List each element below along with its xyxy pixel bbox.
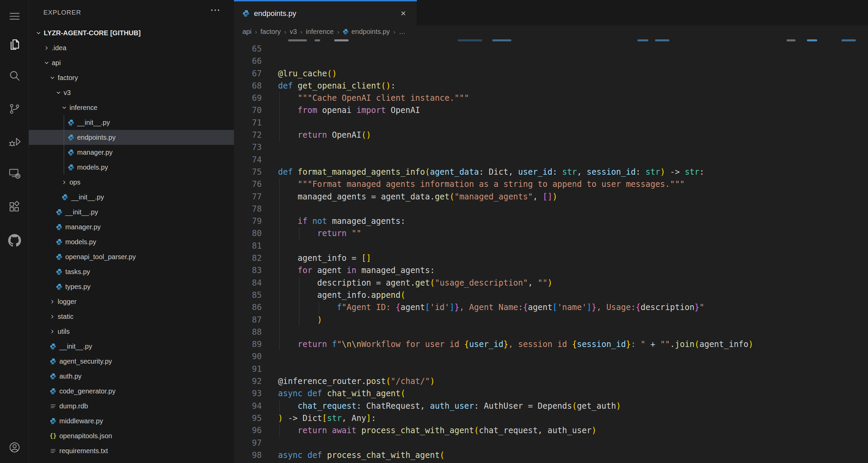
activity-bar-remote-explorer[interactable] (0, 165, 29, 184)
chevron-right-icon (50, 299, 58, 305)
tree-item-endpoints-py[interactable]: endpoints.py (29, 130, 234, 145)
tree-item-utils[interactable]: utils (29, 324, 234, 339)
tree-item-v3[interactable]: v3 (29, 85, 234, 100)
python-file-icon (50, 373, 57, 380)
tree-item-openapitools-json[interactable]: {}openapitools.json (29, 428, 234, 443)
code-line-content: agent_info.append( (262, 289, 868, 301)
line-number: 97 (234, 437, 262, 449)
source-control-icon (8, 102, 21, 117)
tree-item-auth-py[interactable]: auth.py (29, 369, 234, 384)
line-number: 98 (234, 449, 262, 461)
tree-item-tasks-py[interactable]: tasks.py (29, 264, 234, 279)
tree-item-label: manager.py (65, 223, 101, 231)
extensions-icon (8, 201, 21, 215)
tree-item--init-py[interactable]: __init__.py (29, 115, 234, 130)
more-actions-icon[interactable]: ⋯ (210, 5, 220, 15)
activity-bar-source-control[interactable] (0, 100, 29, 119)
tree-item-code-generator-py[interactable]: code_generator.py (29, 384, 234, 399)
code-line-87: 87 ) (234, 314, 868, 326)
tree-item-agent-security-py[interactable]: agent_security.py (29, 354, 234, 369)
line-number: 81 (234, 240, 262, 252)
tree-item--init-py[interactable]: __init__.py (29, 339, 234, 354)
tree-item--init-py[interactable]: __init__.py (29, 190, 234, 205)
editor[interactable]: 656667@lru_cache()68def get_openai_clien… (234, 38, 868, 463)
tree-item-factory[interactable]: factory (29, 70, 234, 85)
chevron-down-icon (44, 60, 52, 66)
tab-label: endpoints.py (254, 9, 399, 18)
python-file-icon (56, 253, 63, 261)
tree-item-models-py[interactable]: models.py (29, 160, 234, 175)
tree-item-models-py[interactable]: models.py (29, 234, 234, 249)
line-number: 91 (234, 363, 262, 375)
breadcrumb-separator: › (300, 28, 302, 36)
code-line-content: agent_info = [] (262, 252, 868, 264)
activity-bar-menu[interactable] (0, 7, 29, 26)
tree-item--init-py[interactable]: __init__.py (29, 205, 234, 219)
code-line-76: 76 """Format managed agents information … (234, 178, 868, 190)
activity-bar-account[interactable] (0, 439, 29, 458)
line-number: 83 (234, 264, 262, 276)
tree-item-label: code_generator.py (59, 387, 116, 395)
code-line-89: 89 return f"\n\nWorkflow for user id {us… (234, 338, 868, 350)
line-number: 89 (234, 338, 262, 350)
code-line-77: 77 managed_agents = agent_data.get("mana… (234, 191, 868, 203)
code-line-95: 95) -> Dict[str, Any]: (234, 412, 868, 424)
code-line-content: description = agent.get("usage_descripti… (262, 277, 868, 289)
tree-item-types-py[interactable]: types.py (29, 279, 234, 294)
tree-item-static[interactable]: static (29, 309, 234, 324)
breadcrumb-item--[interactable]: … (399, 28, 406, 36)
code-line-content: """Format managed agents information as … (262, 178, 868, 190)
breadcrumb-item-v3[interactable]: v3 (290, 28, 297, 36)
line-number: 70 (234, 104, 262, 116)
indent-guide (279, 92, 280, 104)
line-number: 99 (234, 461, 262, 463)
tree-item--idea[interactable]: .idea (29, 40, 234, 55)
tab-endpoints-py[interactable]: endpoints.py × (234, 0, 417, 25)
tree-item-middleware-py[interactable]: middleware.py (29, 413, 234, 428)
breadcrumb-item-endpoints-py[interactable]: endpoints.py (342, 28, 390, 36)
activity-bar-github[interactable] (0, 232, 29, 251)
line-number: 73 (234, 141, 262, 153)
activity-bar-run-debug[interactable] (0, 133, 29, 152)
indent-guide (279, 240, 280, 252)
clipped-code-fragment (807, 39, 817, 41)
tree-item-label: endpoints.py (77, 134, 116, 141)
tree-item-inference[interactable]: inference (29, 100, 234, 115)
tree-item-label: .idea (52, 44, 66, 52)
files-icon (8, 38, 21, 52)
breadcrumb-item-api[interactable]: api (242, 28, 252, 36)
breadcrumb-item-inference[interactable]: inference (306, 28, 334, 36)
line-number: 82 (234, 252, 262, 264)
tree-item-logger[interactable]: logger (29, 294, 234, 309)
indent-guide (279, 178, 280, 190)
code-line-86: 86 f"Agent ID: {agent['id']}, Agent Name… (234, 301, 868, 313)
tree-item-label: utils (58, 328, 70, 335)
code-line-content: from openai import OpenAI (262, 104, 868, 116)
close-tab-icon[interactable]: × (399, 8, 407, 19)
tree-item-ops[interactable]: ops (29, 175, 234, 190)
indent-guide (279, 191, 280, 203)
tree-item-dump-rdb[interactable]: dump.rdb (29, 399, 234, 413)
tree-item-openapi-tool-parser-py[interactable]: openapi_tool_parser.py (29, 249, 234, 264)
github-icon (8, 234, 21, 248)
clipped-code-fragment (492, 39, 511, 41)
indent-guide (299, 301, 299, 313)
chevron-right-icon (50, 329, 58, 334)
line-number: 92 (234, 375, 262, 387)
code-line-content: @inference_router.post("/chat/") (262, 375, 868, 387)
tree-item-manager-py[interactable]: manager.py (29, 145, 234, 160)
activity-bar-explorer[interactable] (0, 36, 29, 55)
breadcrumb-item-factory[interactable]: factory (260, 28, 281, 36)
indent-guide (299, 277, 299, 289)
line-number: 80 (234, 227, 262, 239)
tree-item-manager-py[interactable]: manager.py (29, 219, 234, 234)
activity-bar-extensions[interactable] (0, 198, 29, 217)
indent-guide (279, 203, 280, 215)
code-line-content: """Cache OpenAI client instance.""" (262, 92, 868, 104)
breadcrumb-label: v3 (290, 28, 297, 36)
tree-item-lyzr-agent-core-github-[interactable]: LYZR-AGENT-CORE [GITHUB] (29, 25, 234, 40)
tree-item-api[interactable]: api (29, 55, 234, 70)
tree-item-requirements-txt[interactable]: requirements.txt (29, 443, 234, 458)
activity-bar-search[interactable] (0, 67, 29, 86)
code-line-72: 72 return OpenAI() (234, 129, 868, 141)
